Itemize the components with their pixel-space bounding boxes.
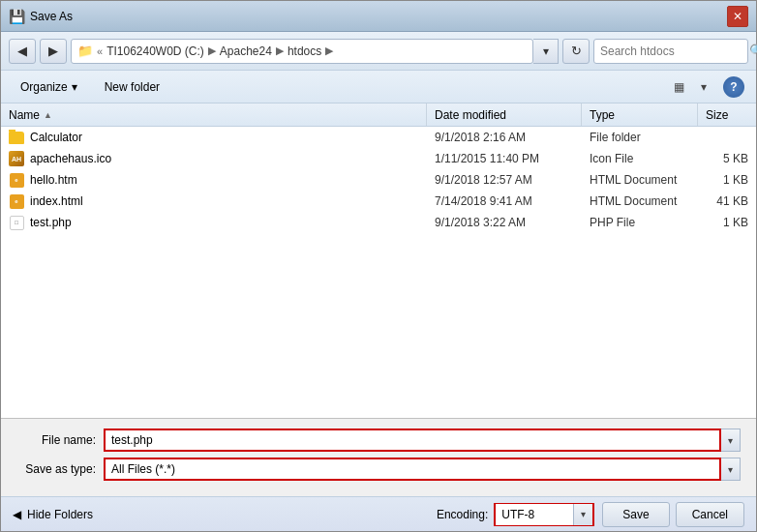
table-row[interactable]: Calculator 9/1/2018 2:16 AM File folder — [1, 127, 756, 148]
file-name-cell: □ test.php — [1, 215, 427, 230]
table-row[interactable]: AH apachehaus.ico 1/11/2015 11:40 PM Ico… — [1, 148, 756, 169]
file-name-row: File name: ▾ — [16, 429, 741, 452]
search-box: 🔍 — [593, 39, 748, 64]
table-row[interactable]: □ test.php 9/1/2018 3:22 AM PHP File 1 K… — [1, 212, 756, 233]
encoding-label: Encoding: — [437, 508, 488, 521]
file-size-cell: 41 KB — [698, 194, 756, 208]
file-type-cell: PHP File — [582, 216, 698, 229]
file-icon: e — [9, 193, 24, 209]
ico-file-icon: AH — [9, 151, 24, 166]
folder-icon — [9, 132, 24, 144]
file-name-text: test.php — [30, 216, 72, 229]
encoding-select[interactable] — [496, 504, 573, 525]
col-header-size[interactable]: Size — [698, 103, 756, 126]
file-name-text: index.html — [30, 194, 83, 208]
file-date-cell: 9/1/2018 12:57 AM — [427, 173, 582, 187]
html-file-icon: e — [10, 194, 24, 209]
file-size-cell: 5 KB — [698, 152, 756, 165]
col-header-name[interactable]: Name ▲ — [1, 103, 427, 126]
sort-arrow: ▲ — [44, 110, 52, 120]
file-name-input[interactable] — [104, 429, 721, 452]
footer-bar: ◀ Hide Folders Encoding: ▾ Save Cancel — [1, 496, 756, 531]
file-list-area: Name ▲ Date modified Type Size Calculato… — [1, 103, 756, 418]
encoding-dropdown-button[interactable]: ▾ — [573, 504, 592, 525]
save-as-dialog: 💾 Save As ✕ ◀ ▶ 📁 « TI106240W0D (C:) ▶ A… — [0, 0, 757, 532]
save-type-row: Save as type: ▾ — [16, 458, 741, 481]
search-icon: 🔍 — [749, 44, 757, 58]
file-type-cell: HTML Document — [582, 194, 698, 208]
view-buttons: ▦ ▾ — [667, 75, 715, 99]
file-name-text: hello.htm — [30, 173, 77, 187]
file-type-cell: Icon File — [582, 152, 698, 165]
bottom-panel: File name: ▾ Save as type: ▾ — [1, 418, 756, 496]
path-dropdown-button[interactable]: ▾ — [533, 39, 559, 64]
file-list-header: Name ▲ Date modified Type Size — [1, 103, 756, 127]
file-name-text: Calculator — [30, 131, 82, 144]
back-button[interactable]: ◀ — [9, 39, 36, 64]
path-arr-2: ▶ — [276, 44, 284, 57]
col-header-type[interactable]: Type — [582, 103, 698, 126]
file-size-cell: 1 KB — [698, 216, 756, 229]
file-date-cell: 9/1/2018 3:22 AM — [427, 216, 582, 229]
file-name-label: File name: — [16, 433, 104, 447]
encoding-select-container: ▾ — [494, 503, 594, 526]
file-size-cell: 1 KB — [698, 173, 756, 187]
file-name-cell: AH apachehaus.ico — [1, 151, 427, 166]
action-bar: Organize ▾ New folder ▦ ▾ ? — [1, 71, 756, 103]
file-name-text: apachehaus.ico — [30, 152, 111, 165]
window-title: Save As — [30, 10, 727, 23]
path-item-drive[interactable]: TI106240W0D (C:) — [106, 44, 204, 58]
col-header-date[interactable]: Date modified — [427, 103, 582, 126]
path-item-htdocs[interactable]: htdocs — [288, 44, 321, 58]
save-type-input-container: ▾ — [104, 458, 741, 481]
file-name-cell: Calculator — [1, 130, 427, 145]
path-folder-icon: 📁 — [77, 44, 93, 58]
file-icon: □ — [9, 215, 24, 230]
table-row[interactable]: e hello.htm 9/1/2018 12:57 AM HTML Docum… — [1, 169, 756, 191]
hide-folders-icon: ◀ — [13, 508, 21, 521]
toolbar: ◀ ▶ 📁 « TI106240W0D (C:) ▶ Apache24 ▶ ht… — [1, 32, 756, 71]
organize-label: Organize — [20, 80, 68, 94]
new-folder-button[interactable]: New folder — [93, 75, 171, 99]
file-icon — [9, 130, 24, 145]
path-item-apache[interactable]: Apache24 — [220, 44, 272, 58]
file-date-cell: 9/1/2018 2:16 AM — [427, 131, 582, 144]
close-button[interactable]: ✕ — [727, 6, 748, 27]
file-list: Calculator 9/1/2018 2:16 AM File folder … — [1, 127, 756, 418]
table-row[interactable]: e index.html 7/14/2018 9:41 AM HTML Docu… — [1, 191, 756, 212]
html-file-icon: e — [10, 173, 24, 188]
save-type-dropdown[interactable]: ▾ — [721, 458, 741, 481]
view-dropdown-button[interactable]: ▾ — [692, 75, 715, 99]
file-name-input-container: ▾ — [104, 429, 741, 452]
cancel-button[interactable]: Cancel — [676, 502, 744, 527]
path-sep-1: « — [97, 45, 103, 57]
save-type-label: Save as type: — [16, 462, 104, 476]
file-type-cell: HTML Document — [582, 173, 698, 187]
path-arr-1: ▶ — [208, 44, 216, 57]
path-arr-3: ▶ — [325, 44, 333, 57]
forward-button[interactable]: ▶ — [40, 39, 67, 64]
file-name-cell: e index.html — [1, 193, 427, 209]
hide-folders-button[interactable]: ◀ Hide Folders — [13, 508, 93, 521]
file-name-cell: e hello.htm — [1, 172, 427, 188]
organize-button[interactable]: Organize ▾ — [13, 75, 85, 99]
hide-folders-label: Hide Folders — [27, 508, 93, 521]
save-type-input[interactable] — [104, 458, 721, 481]
path-bar[interactable]: 📁 « TI106240W0D (C:) ▶ Apache24 ▶ htdocs… — [71, 39, 533, 64]
title-bar: 💾 Save As ✕ — [1, 1, 756, 32]
php-file-icon: □ — [10, 216, 24, 230]
refresh-button[interactable]: ↻ — [562, 39, 590, 64]
file-date-cell: 1/11/2015 11:40 PM — [427, 152, 582, 165]
file-icon: AH — [9, 151, 24, 166]
organize-dropdown-icon: ▾ — [72, 80, 77, 94]
view-toggle-button[interactable]: ▦ — [667, 75, 690, 99]
file-date-cell: 7/14/2018 9:41 AM — [427, 194, 582, 208]
file-name-dropdown[interactable]: ▾ — [721, 429, 741, 452]
save-button[interactable]: Save — [602, 502, 669, 527]
file-type-cell: File folder — [582, 131, 698, 144]
help-button[interactable]: ? — [723, 76, 744, 98]
file-icon: e — [9, 172, 24, 188]
title-bar-icon: 💾 — [9, 9, 24, 24]
search-input[interactable] — [600, 44, 745, 58]
